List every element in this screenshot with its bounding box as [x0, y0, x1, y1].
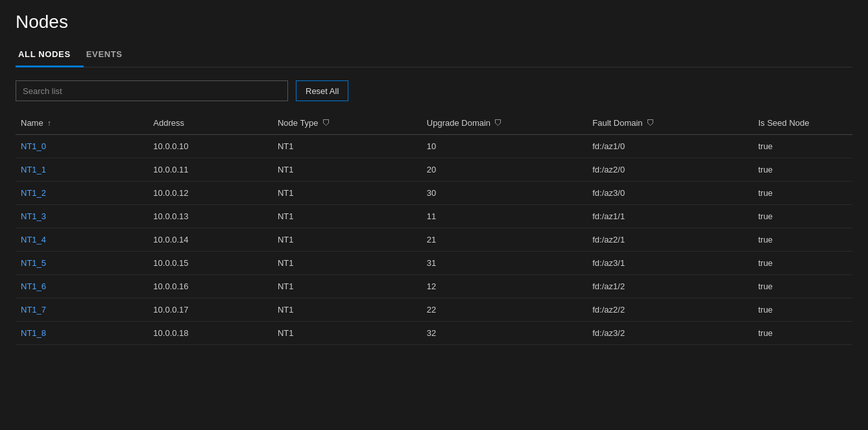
search-input[interactable] [16, 80, 288, 101]
cell-fault-4: fd:/az2/1 [587, 228, 753, 252]
cell-nodetype-8: NT1 [272, 322, 422, 345]
cell-seed-3: true [753, 205, 852, 228]
table-row: NT1_5 10.0.0.15 NT1 31 fd:/az3/1 true [16, 252, 852, 275]
cell-seed-1: true [753, 158, 852, 182]
cell-address-6: 10.0.0.16 [148, 275, 272, 298]
node-link-7[interactable]: NT1_7 [21, 305, 46, 315]
cell-name-6: NT1_6 [16, 275, 148, 298]
cell-name-2: NT1_2 [16, 182, 148, 205]
cell-fault-7: fd:/az2/2 [587, 298, 753, 322]
cell-nodetype-5: NT1 [272, 252, 422, 275]
table-row: NT1_7 10.0.0.17 NT1 22 fd:/az2/2 true [16, 298, 852, 322]
cell-nodetype-3: NT1 [272, 205, 422, 228]
node-link-6[interactable]: NT1_6 [21, 281, 46, 291]
cell-fault-3: fd:/az1/1 [587, 205, 753, 228]
cell-name-4: NT1_4 [16, 228, 148, 252]
page-header: Nodes ALL NODES EVENTS [0, 0, 868, 67]
cell-nodetype-7: NT1 [272, 298, 422, 322]
table-row: NT1_4 10.0.0.14 NT1 21 fd:/az2/1 true [16, 228, 852, 252]
cell-name-8: NT1_8 [16, 322, 148, 345]
filter-fault-icon[interactable]: ⛉ [647, 119, 655, 128]
tab-events[interactable]: EVENTS [84, 43, 136, 67]
cell-seed-0: true [753, 135, 852, 158]
cell-upgrade-1: 20 [422, 158, 587, 182]
cell-upgrade-0: 10 [422, 135, 587, 158]
page-title: Nodes [16, 12, 852, 32]
node-link-2[interactable]: NT1_2 [21, 188, 46, 198]
sort-icon[interactable]: ↑ [47, 119, 51, 128]
cell-nodetype-4: NT1 [272, 228, 422, 252]
node-link-4[interactable]: NT1_4 [21, 235, 46, 245]
cell-name-0: NT1_0 [16, 135, 148, 158]
cell-upgrade-7: 22 [422, 298, 587, 322]
cell-nodetype-0: NT1 [272, 135, 422, 158]
col-header-name: Name ↑ [16, 112, 148, 135]
table-row: NT1_8 10.0.0.18 NT1 32 fd:/az3/2 true [16, 322, 852, 345]
cell-fault-0: fd:/az1/0 [587, 135, 753, 158]
node-link-3[interactable]: NT1_3 [21, 211, 46, 221]
cell-fault-6: fd:/az1/2 [587, 275, 753, 298]
table-row: NT1_0 10.0.0.10 NT1 10 fd:/az1/0 true [16, 135, 852, 158]
table-row: NT1_3 10.0.0.13 NT1 11 fd:/az1/1 true [16, 205, 852, 228]
content-area: Reset All Name ↑ Address Node Typ [0, 67, 868, 358]
node-link-5[interactable]: NT1_5 [21, 258, 46, 268]
cell-seed-5: true [753, 252, 852, 275]
table-row: NT1_6 10.0.0.16 NT1 12 fd:/az1/2 true [16, 275, 852, 298]
node-link-1[interactable]: NT1_1 [21, 165, 46, 174]
table-header: Name ↑ Address Node Type ⛉ [16, 112, 852, 135]
cell-seed-2: true [753, 182, 852, 205]
cell-fault-8: fd:/az3/2 [587, 322, 753, 345]
cell-fault-5: fd:/az3/1 [587, 252, 753, 275]
cell-seed-4: true [753, 228, 852, 252]
toolbar: Reset All [16, 80, 852, 101]
cell-address-7: 10.0.0.17 [148, 298, 272, 322]
tab-all-nodes[interactable]: ALL NODES [16, 43, 84, 67]
table-body: NT1_0 10.0.0.10 NT1 10 fd:/az1/0 true NT… [16, 135, 852, 345]
cell-name-1: NT1_1 [16, 158, 148, 182]
node-link-0[interactable]: NT1_0 [21, 141, 46, 151]
cell-name-7: NT1_7 [16, 298, 148, 322]
node-link-8[interactable]: NT1_8 [21, 328, 46, 338]
cell-address-2: 10.0.0.12 [148, 182, 272, 205]
cell-nodetype-1: NT1 [272, 158, 422, 182]
cell-seed-8: true [753, 322, 852, 345]
cell-address-5: 10.0.0.15 [148, 252, 272, 275]
tab-bar: ALL NODES EVENTS [16, 43, 852, 67]
cell-name-5: NT1_5 [16, 252, 148, 275]
table-row: NT1_2 10.0.0.12 NT1 30 fd:/az3/0 true [16, 182, 852, 205]
cell-upgrade-6: 12 [422, 275, 587, 298]
cell-upgrade-8: 32 [422, 322, 587, 345]
reset-all-button[interactable]: Reset All [296, 80, 348, 101]
cell-address-3: 10.0.0.13 [148, 205, 272, 228]
cell-seed-7: true [753, 298, 852, 322]
col-header-seed: Is Seed Node [753, 112, 852, 135]
col-header-address: Address [148, 112, 272, 135]
cell-address-1: 10.0.0.11 [148, 158, 272, 182]
cell-address-0: 10.0.0.10 [148, 135, 272, 158]
filter-nodetype-icon[interactable]: ⛉ [322, 119, 330, 128]
cell-upgrade-5: 31 [422, 252, 587, 275]
cell-upgrade-2: 30 [422, 182, 587, 205]
cell-address-8: 10.0.0.18 [148, 322, 272, 345]
col-header-nodetype: Node Type ⛉ [272, 112, 422, 135]
col-header-upgrade: Upgrade Domain ⛉ [422, 112, 587, 135]
cell-address-4: 10.0.0.14 [148, 228, 272, 252]
cell-fault-1: fd:/az2/0 [587, 158, 753, 182]
cell-upgrade-3: 11 [422, 205, 587, 228]
table-row: NT1_1 10.0.0.11 NT1 20 fd:/az2/0 true [16, 158, 852, 182]
filter-upgrade-icon[interactable]: ⛉ [494, 119, 502, 128]
col-header-fault: Fault Domain ⛉ [587, 112, 753, 135]
nodes-table: Name ↑ Address Node Type ⛉ [16, 112, 852, 345]
cell-nodetype-6: NT1 [272, 275, 422, 298]
cell-upgrade-4: 21 [422, 228, 587, 252]
cell-nodetype-2: NT1 [272, 182, 422, 205]
cell-seed-6: true [753, 275, 852, 298]
cell-name-3: NT1_3 [16, 205, 148, 228]
cell-fault-2: fd:/az3/0 [587, 182, 753, 205]
